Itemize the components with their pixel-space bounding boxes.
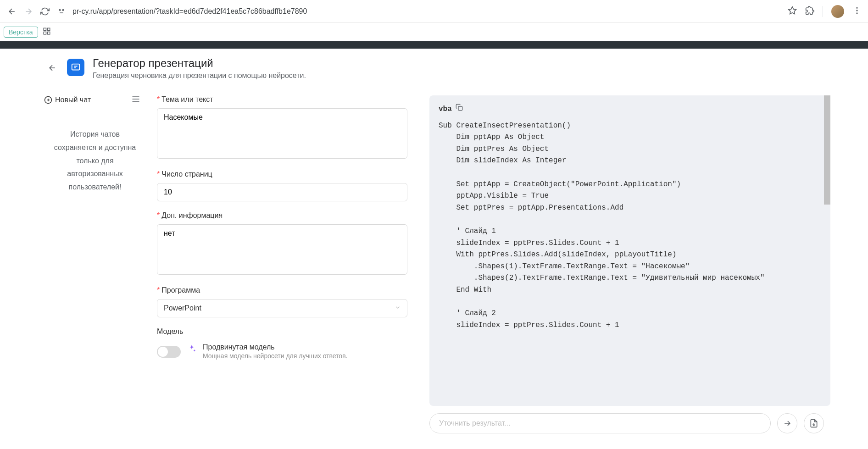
required-asterisk: * xyxy=(157,95,160,104)
forward-arrow-icon[interactable] xyxy=(23,6,34,17)
required-asterisk: * xyxy=(157,211,160,220)
model-label: Модель xyxy=(157,327,407,336)
svg-point-0 xyxy=(59,9,61,11)
required-asterisk: * xyxy=(157,170,160,178)
new-chat-button[interactable]: Новый чат xyxy=(44,96,91,104)
pages-input[interactable] xyxy=(157,183,407,201)
program-select[interactable]: PowerPoint xyxy=(157,299,407,317)
page-subtitle: Генерация черновика для презентации с по… xyxy=(93,72,306,80)
output-scrollbar[interactable] xyxy=(824,95,830,407)
svg-rect-8 xyxy=(44,32,46,34)
svg-point-3 xyxy=(856,7,857,9)
topic-input[interactable]: Насекомые xyxy=(157,108,407,159)
browser-toolbar: pr-cy.ru/app/presentation/?taskId=ed6d7d… xyxy=(0,0,868,23)
code-text[interactable]: Sub CreateInsectPresentation() Dim pptAp… xyxy=(439,120,821,332)
sidebar: Новый чат История чатов сохраняется и до… xyxy=(38,88,146,441)
apps-grid-icon[interactable] xyxy=(43,27,51,37)
pages-label: Число страниц xyxy=(161,170,212,178)
page-title: Генератор презентаций xyxy=(93,57,306,70)
svg-rect-10 xyxy=(72,64,80,70)
profile-avatar[interactable] xyxy=(831,5,844,18)
app-back-icon[interactable] xyxy=(46,61,59,74)
program-label: Программа xyxy=(161,286,200,294)
advanced-model-subtitle: Мощная модель нейросети для лучших ответ… xyxy=(203,352,348,360)
app-logo-icon xyxy=(67,59,84,76)
extra-label: Доп. информация xyxy=(161,211,223,220)
svg-marker-2 xyxy=(789,7,796,14)
svg-rect-6 xyxy=(44,28,46,30)
sparkle-icon xyxy=(187,344,196,355)
sidebar-menu-icon[interactable] xyxy=(131,94,140,105)
url-bar[interactable]: pr-cy.ru/app/presentation/?taskId=ed6d7d… xyxy=(72,7,782,16)
site-info-icon[interactable] xyxy=(56,6,67,17)
advanced-model-title: Продвинутая модель xyxy=(203,343,348,351)
back-arrow-icon[interactable] xyxy=(6,6,17,17)
app-header: Генератор презентаций Генерация черновик… xyxy=(0,49,868,88)
svg-rect-12 xyxy=(458,106,462,111)
new-chat-label: Новый чат xyxy=(55,96,91,104)
code-language-label: vba xyxy=(439,104,452,116)
svg-point-1 xyxy=(62,9,64,11)
required-asterisk: * xyxy=(157,286,160,294)
svg-point-4 xyxy=(856,10,857,11)
refine-input[interactable] xyxy=(429,413,771,433)
download-button[interactable] xyxy=(804,413,824,433)
dark-strip xyxy=(0,41,868,49)
toolbar-divider xyxy=(823,6,823,17)
bookmarks-bar: Верстка xyxy=(0,23,868,41)
output-panel: vba Sub CreateInsectPresentation() Dim p… xyxy=(418,88,830,441)
sidebar-message: История чатов сохраняется и доступна тол… xyxy=(44,105,146,194)
form-panel: *Тема или текст Насекомые *Число страниц… xyxy=(146,88,418,441)
bookmark-item[interactable]: Верстка xyxy=(4,27,38,38)
extra-input[interactable]: нет xyxy=(157,224,407,275)
copy-icon[interactable] xyxy=(456,104,463,116)
svg-rect-9 xyxy=(47,32,50,34)
send-button[interactable] xyxy=(777,413,797,433)
menu-dots-icon[interactable] xyxy=(852,6,862,17)
extensions-icon[interactable] xyxy=(805,6,814,17)
code-block: vba Sub CreateInsectPresentation() Dim p… xyxy=(429,95,830,406)
reload-icon[interactable] xyxy=(39,6,50,17)
svg-rect-7 xyxy=(47,28,50,30)
svg-point-5 xyxy=(856,12,857,14)
topic-label: Тема или текст xyxy=(161,95,213,104)
advanced-model-toggle[interactable] xyxy=(157,346,181,358)
bookmark-star-icon[interactable] xyxy=(788,6,797,17)
